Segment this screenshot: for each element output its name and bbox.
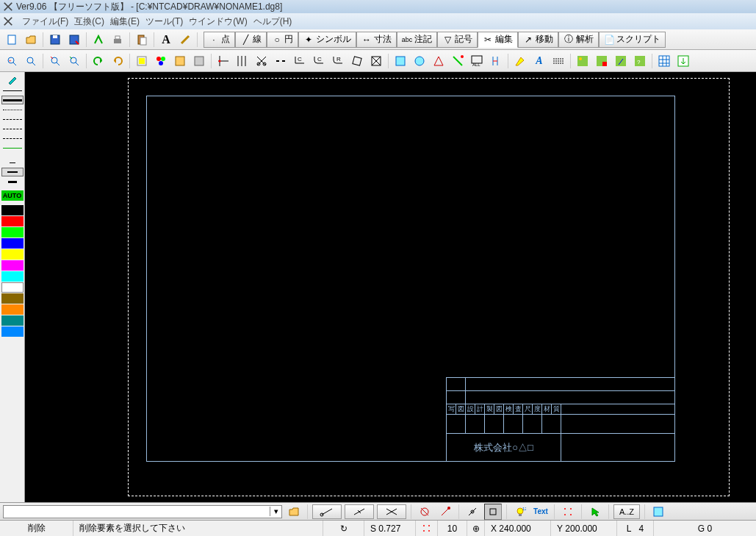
redo-button[interactable] <box>109 53 126 69</box>
chamfer-c-button[interactable]: C <box>291 53 309 69</box>
color-white[interactable] <box>1 282 24 293</box>
light-button[interactable]: 123 <box>511 504 529 520</box>
image-c-button[interactable] <box>612 53 630 69</box>
status-crosshair[interactable]: ⊕ <box>467 521 485 536</box>
osnap-b-button[interactable] <box>436 504 454 520</box>
color-magenta[interactable] <box>1 260 24 271</box>
zoom-in-button[interactable] <box>46 53 64 69</box>
menu-compat[interactable]: 互換(C) <box>74 15 104 28</box>
color-orange[interactable] <box>1 304 24 315</box>
tool-c-button[interactable] <box>430 53 447 69</box>
cut-button[interactable] <box>253 53 270 69</box>
tab-move[interactable]: ↗移動 <box>518 32 558 48</box>
color-skyblue[interactable] <box>1 326 24 337</box>
menu-help[interactable]: ヘルプ(H) <box>253 15 292 28</box>
tab-circle[interactable]: ○円 <box>267 32 298 48</box>
new-file-button[interactable] <box>3 32 21 48</box>
snap-endpoint-button[interactable] <box>312 504 342 519</box>
status-refresh[interactable]: ↻ <box>323 521 364 536</box>
print-button[interactable] <box>109 32 126 48</box>
tab-line[interactable]: ╱線 <box>235 32 267 48</box>
menu-tool[interactable]: ツール(T) <box>145 15 183 28</box>
highlight-button[interactable] <box>511 53 529 69</box>
open-file-button[interactable] <box>22 32 40 48</box>
color-black[interactable] <box>1 205 24 215</box>
layer-button[interactable] <box>133 53 151 69</box>
osnap-a-button[interactable] <box>416 504 433 520</box>
menu-edit[interactable]: 編集(E) <box>110 15 140 28</box>
break-button[interactable] <box>272 53 289 69</box>
linetype-dashed2[interactable] <box>1 124 24 133</box>
menu-file[interactable]: ファイル(F) <box>22 15 68 28</box>
fillet-r-button[interactable]: R <box>329 53 347 69</box>
erase-all-button[interactable] <box>367 53 385 69</box>
alpha-sort-button[interactable]: A..Z <box>613 504 640 519</box>
menu-window[interactable]: ウインドウ(W) <box>189 15 247 28</box>
view-toggle-button[interactable] <box>649 504 667 520</box>
command-input[interactable]: ▾ <box>3 505 282 518</box>
linetype-dotted[interactable] <box>1 105 24 114</box>
color-red[interactable] <box>1 216 24 226</box>
tab-symbol[interactable]: ✦シンボル <box>298 32 356 48</box>
dropdown-arrow-icon[interactable]: ▾ <box>270 507 281 516</box>
fillet-c-button[interactable]: C <box>310 53 328 69</box>
color-olive[interactable] <box>1 293 24 304</box>
table-button[interactable] <box>655 53 673 69</box>
tab-mark[interactable]: ▽記号 <box>437 32 478 48</box>
tool-d-button[interactable] <box>449 53 467 69</box>
width-med[interactable] <box>1 168 24 176</box>
linetype-button[interactable] <box>550 53 567 69</box>
text-toggle-button[interactable]: Text <box>532 504 550 520</box>
color-button[interactable] <box>152 53 170 69</box>
plot-button[interactable] <box>90 32 107 48</box>
osnap-c-button[interactable] <box>464 504 481 520</box>
grid-toggle-button[interactable] <box>559 504 577 520</box>
snap-int-button[interactable] <box>377 504 406 519</box>
zoom-out-button[interactable] <box>65 53 83 69</box>
eyedropper-button[interactable] <box>4 74 21 85</box>
width-thick[interactable] <box>1 177 24 186</box>
linetype-center[interactable] <box>1 134 24 143</box>
tab-analyze[interactable]: ⓘ解析 <box>558 32 599 48</box>
auto-button[interactable]: AUTO <box>1 190 24 201</box>
linetype-solid-thick[interactable] <box>1 96 24 104</box>
image-b-button[interactable] <box>593 53 611 69</box>
image-a-button[interactable] <box>574 53 591 69</box>
linetype-solid-thin[interactable] <box>1 86 24 95</box>
font-style-button[interactable]: A <box>530 53 548 69</box>
undo-button[interactable] <box>90 53 107 69</box>
linetype-dashed1[interactable] <box>1 115 24 124</box>
block-button[interactable] <box>190 53 208 69</box>
cursor-button[interactable] <box>586 504 604 520</box>
zoom-extents-button[interactable] <box>22 53 40 69</box>
zoom-window-button[interactable]: + <box>3 53 21 69</box>
tool-b-button[interactable] <box>411 53 428 69</box>
trim-multi-button[interactable] <box>234 53 251 69</box>
color-green[interactable] <box>1 227 24 237</box>
snap-mid-button[interactable] <box>345 504 374 519</box>
color-blue[interactable] <box>1 238 24 249</box>
linetype-phantom[interactable] <box>1 143 24 152</box>
tool-a-button[interactable] <box>392 53 409 69</box>
tab-point[interactable]: ·点 <box>204 32 235 48</box>
image-d-button[interactable]: ? <box>631 53 649 69</box>
draw-tool-button[interactable] <box>176 32 194 48</box>
save-as-button[interactable] <box>65 32 83 48</box>
save-button[interactable] <box>46 32 64 48</box>
color-teal[interactable] <box>1 315 24 326</box>
sel-all-button[interactable]: ALL <box>468 53 486 69</box>
tool-e-button[interactable] <box>487 53 505 69</box>
tab-edit[interactable]: ✂編集 <box>478 32 518 48</box>
status-grid-icon[interactable] <box>416 521 438 536</box>
text-tool-button[interactable]: A <box>157 32 175 48</box>
paste-button[interactable] <box>133 32 151 48</box>
color-cyan[interactable] <box>1 271 24 282</box>
color-yellow[interactable] <box>1 249 24 260</box>
width-thin[interactable] <box>1 158 24 167</box>
osnap-d-button[interactable] <box>484 504 502 520</box>
folder-button[interactable] <box>285 504 303 520</box>
drawing-canvas[interactable]: 写 図 設 計 製 図 検 査 尺 度 材 質 <box>25 72 756 502</box>
tab-dimension[interactable]: ↔寸法 <box>356 32 397 48</box>
erase-button[interactable] <box>348 53 366 69</box>
hatch-button[interactable] <box>171 53 189 69</box>
